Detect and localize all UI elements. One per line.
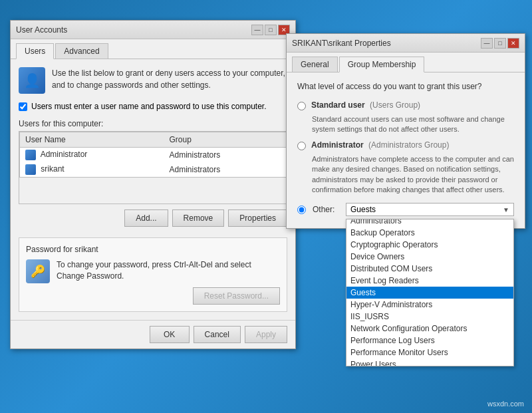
remove-button[interactable]: Remove bbox=[172, 209, 225, 227]
users-table: User Name Group Administrator Administra… bbox=[19, 132, 287, 178]
dropdown-list-item[interactable]: Performance Monitor Users bbox=[346, 346, 513, 358]
user-info-section: 👤 Use the list below to grant or deny us… bbox=[19, 67, 287, 94]
other-label: Other: bbox=[313, 205, 339, 214]
user-accounts-content: 👤 Use the list below to grant or deny us… bbox=[11, 59, 295, 320]
user-info-text: Use the list below to grant or deny user… bbox=[52, 67, 287, 91]
titlebar-controls: — □ ✕ bbox=[251, 25, 290, 35]
user-accounts-titlebar: User Accounts — □ ✕ bbox=[11, 21, 295, 39]
require-password-checkbox[interactable] bbox=[19, 102, 27, 111]
add-button[interactable]: Add... bbox=[124, 209, 168, 227]
other-radio[interactable] bbox=[297, 206, 306, 214]
tab-advanced[interactable]: Advanced bbox=[55, 43, 108, 59]
properties-content: What level of access do you want to gran… bbox=[287, 72, 525, 228]
properties-titlebar: SRIKANT\srikant Properties — □ ✕ bbox=[287, 34, 525, 53]
dropdown-items-container: Access Control Assistance OperatorsAdmin… bbox=[346, 219, 513, 366]
user-action-buttons: Add... Remove Properties bbox=[19, 209, 287, 227]
checkbox-row: Users must enter a user name and passwor… bbox=[19, 102, 287, 111]
dropdown-list-item[interactable]: Cryptographic Operators bbox=[346, 239, 513, 251]
password-text: To change your password, press Ctrl-Alt-… bbox=[57, 259, 280, 282]
maximize-button[interactable]: □ bbox=[265, 25, 277, 35]
admin-label: Administrator bbox=[311, 140, 364, 150]
standard-description: Standard account users can use most soft… bbox=[312, 114, 514, 135]
user-group-cell: Administrators bbox=[164, 162, 286, 178]
dropdown-value: Guests bbox=[350, 205, 503, 214]
properties-button[interactable]: Properties bbox=[228, 209, 287, 227]
dropdown-container: Guests ▼ Access Control Assistance Opera… bbox=[346, 203, 514, 216]
apply-button[interactable]: Apply bbox=[245, 326, 287, 343]
props-maximize-button[interactable]: □ bbox=[494, 38, 506, 49]
cancel-button[interactable]: Cancel bbox=[194, 326, 241, 343]
properties-title: SRIKANT\srikant Properties bbox=[292, 39, 391, 48]
admin-label-container: Administrator (Administrators Group) bbox=[311, 140, 449, 150]
props-close-button[interactable]: ✕ bbox=[507, 38, 519, 49]
password-content: 🔑 To change your password, press Ctrl-Al… bbox=[26, 259, 280, 305]
dropdown-display[interactable]: Guests ▼ bbox=[346, 203, 514, 216]
ok-button[interactable]: OK bbox=[150, 326, 190, 343]
standard-label: Standard user bbox=[311, 100, 365, 110]
tab-users[interactable]: Users bbox=[16, 43, 54, 59]
user-row-icon bbox=[25, 164, 36, 175]
dropdown-list-item[interactable]: Backup Operators bbox=[346, 227, 513, 239]
minimize-button[interactable]: — bbox=[251, 25, 263, 35]
dropdown-list-item[interactable]: Hyper-V Administrators bbox=[346, 299, 513, 311]
question-text: What level of access do you want to gran… bbox=[297, 82, 514, 91]
dropdown-list-item[interactable]: Guests bbox=[346, 287, 513, 299]
standard-radio[interactable] bbox=[297, 102, 306, 110]
user-name-cell: srikant bbox=[20, 162, 164, 178]
user-accounts-title: User Accounts bbox=[16, 25, 67, 35]
standard-sublabel: (Users Group) bbox=[370, 100, 420, 110]
bottom-buttons: OK Cancel Apply bbox=[11, 320, 295, 348]
standard-user-row: Standard user (Users Group) bbox=[297, 100, 514, 110]
dropdown-list-item[interactable]: IIS_IUSRS bbox=[346, 311, 513, 323]
dropdown-list: Access Control Assistance OperatorsAdmin… bbox=[346, 219, 514, 366]
user-row-icon bbox=[25, 150, 36, 160]
password-title: Password for srikant bbox=[26, 245, 280, 254]
tab-group-membership[interactable]: Group Membership bbox=[339, 57, 425, 72]
dropdown-list-item[interactable]: Device Owners bbox=[346, 251, 513, 263]
user-icon: 👤 bbox=[19, 67, 45, 94]
dropdown-list-item[interactable]: Network Configuration Operators bbox=[346, 323, 513, 335]
col-username: User Name bbox=[20, 132, 164, 148]
user-accounts-window: User Accounts — □ ✕ Users Advanced 👤 Use… bbox=[10, 20, 296, 349]
dropdown-list-item[interactable]: Performance Log Users bbox=[346, 335, 513, 346]
require-password-label: Users must enter a user name and passwor… bbox=[31, 102, 267, 111]
properties-tabs: General Group Membership bbox=[287, 53, 525, 72]
users-table-container: User Name Group Administrator Administra… bbox=[19, 131, 287, 204]
standard-label-container: Standard user (Users Group) bbox=[311, 100, 420, 110]
props-minimize-button[interactable]: — bbox=[481, 38, 493, 49]
dropdown-list-item[interactable]: Distributed COM Users bbox=[346, 263, 513, 275]
admin-description: Administrators have complete access to t… bbox=[312, 154, 514, 196]
table-row[interactable]: srikant Administrators bbox=[20, 162, 287, 178]
user-accounts-tabs: Users Advanced bbox=[11, 39, 295, 59]
admin-sublabel: (Administrators Group) bbox=[368, 140, 449, 150]
password-icon: 🔑 bbox=[26, 259, 50, 283]
props-titlebar-controls: — □ ✕ bbox=[481, 38, 519, 49]
reset-password-button[interactable]: Reset Password... bbox=[193, 287, 280, 305]
table-row[interactable]: Administrator Administrators bbox=[20, 148, 287, 163]
admin-radio[interactable] bbox=[297, 142, 306, 150]
watermark: wsxdn.com bbox=[487, 400, 524, 408]
dropdown-list-item[interactable]: Event Log Readers bbox=[346, 275, 513, 287]
password-section: Password for srikant 🔑 To change your pa… bbox=[19, 237, 287, 312]
user-group-cell: Administrators bbox=[164, 148, 286, 163]
dropdown-list-item[interactable]: Power Users bbox=[346, 358, 513, 366]
dropdown-arrow-icon: ▼ bbox=[503, 206, 509, 213]
user-name-cell: Administrator bbox=[20, 148, 164, 163]
tab-general[interactable]: General bbox=[292, 57, 338, 72]
radio-section: Standard user (Users Group) Standard acc… bbox=[297, 100, 514, 195]
dropdown-list-item[interactable]: Administrators bbox=[346, 219, 513, 227]
col-group: Group bbox=[164, 132, 286, 148]
other-row: Other: Guests ▼ Access Control Assistanc… bbox=[297, 203, 514, 216]
properties-window: SRIKANT\srikant Properties — □ ✕ General… bbox=[286, 33, 525, 229]
users-section-label: Users for this computer: bbox=[19, 119, 287, 128]
admin-user-row: Administrator (Administrators Group) bbox=[297, 140, 514, 150]
